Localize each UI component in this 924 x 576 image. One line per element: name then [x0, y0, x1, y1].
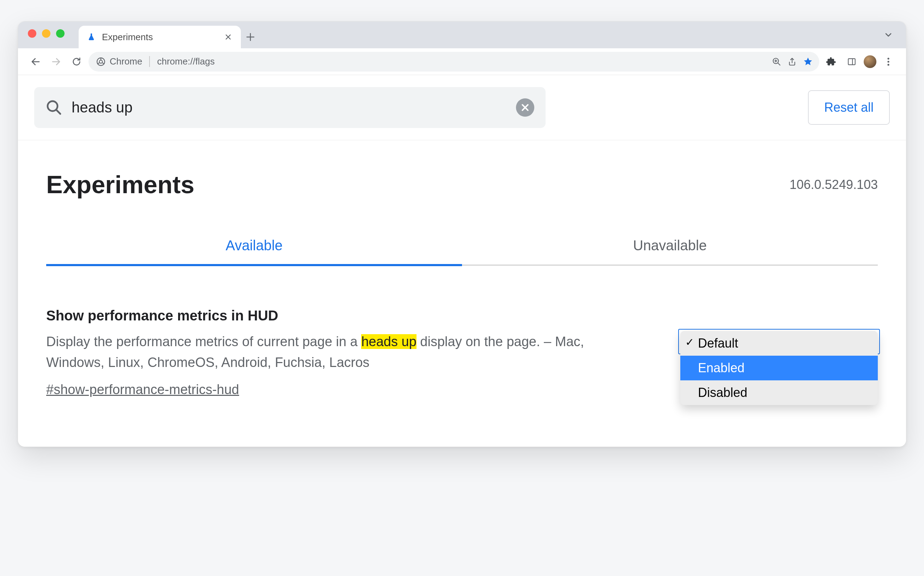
tab-available[interactable]: Available	[46, 238, 462, 266]
browser-window: Experiments Chrome	[18, 21, 906, 447]
minimize-window-button[interactable]	[42, 29, 50, 38]
option-disabled[interactable]: Disabled	[680, 380, 878, 405]
omnibox-chip: Chrome	[96, 56, 150, 67]
fullscreen-window-button[interactable]	[56, 29, 64, 38]
window-controls	[28, 21, 64, 48]
new-tab-button[interactable]	[241, 26, 260, 48]
svg-point-6	[887, 64, 889, 66]
profile-avatar[interactable]	[864, 55, 876, 68]
reset-all-button[interactable]: Reset all	[808, 90, 890, 125]
zoom-icon[interactable]	[772, 57, 781, 66]
option-default[interactable]: Default	[680, 331, 878, 356]
category-tabs: Available Unavailable	[46, 238, 878, 266]
flag-select-dropdown: Default Enabled Disabled	[680, 331, 878, 405]
toolbar: Chrome chrome://flags	[18, 48, 906, 75]
search-highlight: heads up	[361, 334, 416, 349]
tab-search-button[interactable]	[884, 30, 893, 40]
chrome-icon	[96, 57, 106, 66]
side-panel-icon[interactable]	[843, 53, 860, 70]
forward-button[interactable]	[48, 53, 64, 70]
flag-desc-pre: Display the performance metrics of curre…	[46, 334, 361, 349]
tab-title: Experiments	[102, 32, 218, 43]
svg-rect-3	[848, 59, 855, 64]
close-window-button[interactable]	[28, 29, 36, 38]
back-button[interactable]	[27, 53, 44, 70]
extensions-icon[interactable]	[823, 53, 840, 70]
tab-unavailable[interactable]: Unavailable	[462, 238, 878, 266]
svg-point-1	[99, 60, 102, 63]
svg-point-5	[887, 61, 889, 62]
close-tab-button[interactable]	[223, 34, 233, 40]
browser-tab[interactable]: Experiments	[78, 26, 241, 48]
page-content: Reset all Experiments 106.0.5249.103 Ava…	[18, 75, 906, 446]
clear-search-button[interactable]	[516, 98, 534, 117]
flag-anchor-link[interactable]: #show-performance-metrics-hud	[46, 382, 239, 397]
page-title: Experiments	[46, 171, 194, 199]
option-enabled[interactable]: Enabled	[680, 356, 878, 380]
omnibox-url: chrome://flags	[155, 56, 215, 67]
reload-button[interactable]	[68, 53, 85, 70]
search-row: Reset all	[18, 75, 906, 140]
flag-entry: Show performance metrics in HUD Display …	[18, 266, 906, 446]
flag-search-input[interactable]	[72, 99, 507, 116]
flask-icon	[86, 32, 96, 42]
search-icon	[45, 99, 62, 116]
flag-text: Show performance metrics in HUD Display …	[46, 308, 645, 397]
svg-point-4	[887, 58, 889, 59]
chrome-version: 106.0.5249.103	[789, 177, 878, 192]
flag-title: Show performance metrics in HUD	[46, 308, 645, 323]
flag-search-box[interactable]	[34, 87, 546, 128]
header-row: Experiments 106.0.5249.103	[18, 140, 906, 199]
omnibox-chip-label: Chrome	[110, 56, 142, 67]
tabstrip: Experiments	[18, 21, 906, 48]
share-icon[interactable]	[788, 57, 797, 66]
bookmark-star-icon[interactable]	[803, 57, 813, 67]
menu-button[interactable]	[880, 53, 897, 70]
flag-description: Display the performance metrics of curre…	[46, 331, 645, 373]
omnibox[interactable]: Chrome chrome://flags	[88, 52, 819, 72]
